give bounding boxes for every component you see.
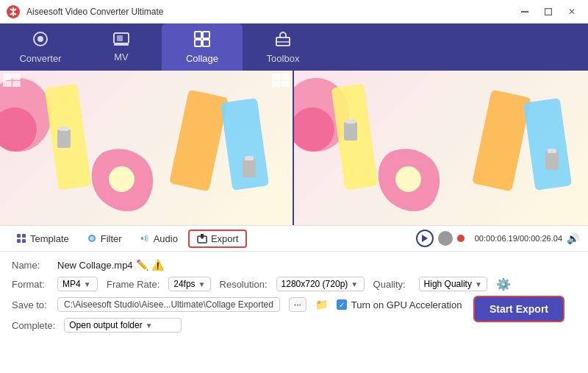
saveto-label: Save to:: [12, 299, 49, 310]
export-icon: [197, 233, 207, 244]
tab-mv-label: MV: [114, 51, 129, 63]
resolution-label: Resolution:: [220, 279, 268, 290]
converter-icon: [32, 30, 49, 50]
save-path-display: C:\Aiseesoft Studio\Aisee...Ultimate\Col…: [57, 297, 280, 312]
time-display: 00:00:06.19/00:00:26.04: [475, 234, 562, 243]
quality-arrow-icon: ▼: [475, 280, 482, 288]
quality-select[interactable]: High Quality ▼: [419, 277, 487, 291]
tab-toolbox[interactable]: Toolbox: [243, 24, 323, 71]
progress-dot: [457, 235, 465, 242]
app-title: Aiseesoft Video Converter Ultimate: [26, 7, 514, 17]
name-label: Name:: [12, 260, 49, 271]
window-controls: ✕: [514, 4, 582, 19]
collage-icon: [193, 30, 211, 50]
svg-rect-11: [203, 40, 209, 46]
main-content: Template Filter Audio Export: [0, 71, 588, 373]
svg-point-19: [90, 236, 94, 241]
name-row: Name: New Collage.mp4 ✏️ ⚠️: [12, 259, 576, 271]
name-edit-icon[interactable]: ✏️: [136, 259, 148, 271]
format-arrow-icon: ▼: [84, 280, 91, 288]
preview-area: [0, 71, 588, 225]
tab-toolbox-label: Toolbox: [267, 53, 300, 64]
collage-preview-right: [294, 71, 588, 225]
tab-collage[interactable]: Collage: [162, 24, 243, 71]
framerate-select[interactable]: 24fps ▼: [168, 277, 210, 291]
svg-rect-8: [195, 32, 201, 38]
svg-rect-1: [521, 11, 528, 13]
svg-rect-9: [203, 32, 209, 38]
name-value: New Collage.mp4 ✏️ ⚠️: [57, 259, 164, 271]
settings-panel: Name: New Collage.mp4 ✏️ ⚠️ Format: MP4 …: [0, 252, 588, 373]
format-row: Format: MP4 ▼ Frame Rate: 24fps ▼ Resolu…: [12, 277, 576, 291]
audio-button[interactable]: Audio: [132, 230, 185, 247]
svg-rect-17: [22, 239, 26, 243]
app-logo: [6, 4, 21, 19]
close-button[interactable]: ✕: [562, 4, 582, 19]
complete-label: Complete:: [12, 320, 55, 331]
bottom-toolbar: Template Filter Audio Export: [0, 225, 588, 252]
resolution-select[interactable]: 1280x720 (720p) ▼: [276, 277, 365, 291]
svg-rect-15: [22, 234, 26, 238]
tab-converter-label: Converter: [19, 53, 61, 64]
gpu-checkbox[interactable]: [337, 299, 347, 310]
toolbox-icon: [274, 30, 292, 50]
complete-select[interactable]: Open output folder ▼: [64, 318, 182, 333]
more-button[interactable]: ···: [289, 297, 306, 312]
preview-right: [294, 71, 588, 225]
svg-point-4: [37, 36, 43, 42]
stop-button[interactable]: [438, 231, 453, 246]
gpu-label: Turn on GPU Acceleration: [351, 299, 462, 310]
tab-collage-label: Collage: [186, 53, 218, 64]
quality-label: Quality:: [373, 279, 410, 290]
complete-row: Complete: Open output folder ▼ Start Exp…: [12, 318, 576, 333]
maximize-button[interactable]: [538, 4, 559, 19]
template-button[interactable]: Template: [9, 230, 76, 247]
playback-controls: 00:00:06.19/00:00:26.04 🔊: [416, 230, 579, 247]
tab-converter[interactable]: Converter: [0, 24, 81, 71]
svg-marker-23: [422, 235, 428, 242]
gpu-acceleration-row: Turn on GPU Acceleration: [337, 299, 462, 310]
filter-button[interactable]: Filter: [79, 230, 129, 247]
format-label: Format:: [12, 279, 49, 290]
preview-left: [0, 71, 294, 225]
svg-rect-16: [17, 239, 21, 243]
svg-rect-10: [195, 40, 201, 46]
svg-rect-6: [117, 35, 123, 41]
collage-preview-left: [0, 71, 293, 225]
minimize-button[interactable]: [514, 4, 535, 19]
name-warn-icon[interactable]: ⚠️: [151, 259, 164, 271]
quality-settings-icon[interactable]: ⚙️: [496, 277, 511, 291]
svg-rect-20: [141, 237, 143, 240]
filter-icon: [87, 233, 97, 244]
format-select[interactable]: MP4 ▼: [57, 277, 98, 291]
mv-icon: [112, 32, 130, 49]
resolution-arrow-icon: ▼: [351, 280, 358, 288]
volume-icon[interactable]: 🔊: [567, 232, 579, 244]
export-button[interactable]: Export: [188, 230, 248, 248]
folder-icon[interactable]: 📁: [315, 299, 328, 310]
titlebar: Aiseesoft Video Converter Ultimate ✕: [0, 0, 588, 24]
framerate-arrow-icon: ▼: [198, 280, 206, 288]
tab-bar: Converter MV Collage: [0, 24, 588, 71]
framerate-label: Frame Rate:: [107, 279, 159, 290]
audio-icon: [140, 233, 150, 244]
template-icon: [16, 233, 26, 244]
complete-arrow-icon: ▼: [146, 322, 153, 330]
svg-rect-14: [17, 234, 21, 238]
tab-mv[interactable]: MV: [81, 24, 162, 71]
start-export-button[interactable]: Start Export: [473, 296, 564, 322]
svg-rect-2: [545, 8, 552, 15]
play-button[interactable]: [416, 230, 434, 247]
